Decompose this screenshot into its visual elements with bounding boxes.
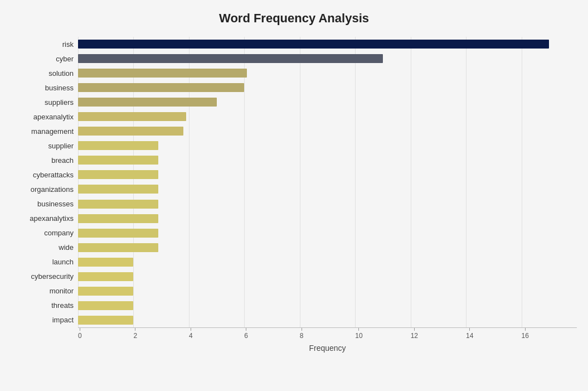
x-tick-label: 14 (466, 332, 473, 340)
y-label: apexanalytix (33, 109, 78, 124)
bar-row (78, 255, 577, 269)
bar (78, 258, 133, 267)
x-axis-label: Frequency (78, 344, 577, 353)
bar (78, 141, 158, 150)
x-tick-label: 4 (189, 332, 193, 340)
x-tick-line (469, 328, 470, 331)
x-tick-label: 2 (133, 332, 137, 340)
y-label: cybersecurity (31, 269, 78, 283)
x-tick-label: 0 (78, 332, 82, 340)
x-tick-line (246, 328, 246, 331)
x-tick-label: 12 (411, 332, 418, 340)
bar (78, 301, 133, 310)
y-label: businesses (37, 196, 78, 211)
bar (78, 156, 158, 165)
bar-row (78, 182, 577, 196)
bar (78, 69, 247, 78)
bars-container (78, 37, 577, 327)
bar-row (78, 66, 577, 80)
y-label: cyberattacks (33, 167, 78, 182)
bars-wrapper (78, 31, 577, 327)
bar-row (78, 124, 577, 138)
bar-row (78, 284, 577, 298)
y-axis: riskcybersolutionbusinesssuppliersapexan… (11, 31, 78, 350)
x-ticks: 0246810121416 (78, 327, 577, 341)
y-label: monitor (50, 283, 78, 298)
y-label: suppliers (45, 95, 78, 109)
x-tick: 2 (133, 328, 137, 340)
x-tick-label: 8 (300, 332, 304, 340)
chart-area: riskcybersolutionbusinesssuppliersapexan… (11, 31, 577, 350)
bar (78, 83, 244, 92)
bar-row (78, 269, 577, 284)
bar-row (78, 138, 577, 153)
x-tick-label: 6 (244, 332, 248, 340)
bar-row (78, 51, 577, 66)
x-tick: 10 (355, 328, 362, 340)
y-label: business (45, 80, 78, 95)
bar-row (78, 95, 577, 109)
y-label: launch (52, 254, 78, 269)
y-label: threats (51, 298, 78, 312)
y-label: cyber (56, 51, 78, 66)
y-label: management (31, 124, 78, 138)
bar-row (78, 37, 577, 51)
x-tick-label: 10 (355, 332, 362, 340)
bar-row (78, 226, 577, 240)
y-label: solution (48, 66, 78, 80)
bar-row (78, 313, 577, 327)
bar (78, 229, 158, 238)
x-tick-label: 16 (522, 332, 529, 340)
bar-row (78, 197, 577, 211)
x-axis: 0246810121416 Frequency (78, 327, 577, 350)
y-label: company (44, 225, 78, 240)
bar (78, 200, 158, 209)
bar (78, 40, 549, 49)
bar (78, 214, 158, 223)
bar-row (78, 167, 577, 182)
y-label: risk (62, 37, 78, 51)
x-tick: 16 (522, 328, 529, 340)
chart-container: Word Frequency Analysis riskcybersolutio… (0, 0, 588, 391)
bar (78, 98, 217, 107)
bar-row (78, 109, 577, 124)
bar-row (78, 211, 577, 226)
bar (78, 316, 133, 325)
bar (78, 170, 158, 179)
bar (78, 185, 158, 194)
x-tick-line (302, 328, 302, 331)
y-label: organizations (31, 182, 78, 196)
bar (78, 54, 383, 63)
plot-area: 0246810121416 Frequency (78, 31, 577, 350)
bar-row (78, 80, 577, 95)
x-tick: 4 (189, 328, 193, 340)
x-tick: 0 (78, 328, 82, 340)
x-tick-line (525, 328, 526, 331)
x-tick-line (191, 328, 191, 331)
y-label: breach (51, 153, 78, 167)
bar (78, 243, 158, 252)
x-tick-line (80, 328, 80, 331)
chart-title: Word Frequency Analysis (11, 11, 577, 26)
bar (78, 272, 133, 281)
bar-row (78, 240, 577, 255)
x-tick: 12 (411, 328, 418, 340)
x-tick-line (414, 328, 415, 331)
x-tick: 8 (300, 328, 304, 340)
y-label: wide (59, 240, 78, 254)
x-tick: 14 (466, 328, 473, 340)
y-label: supplier (48, 138, 78, 153)
y-label: impact (52, 312, 78, 327)
y-label: apexanalytixs (30, 211, 78, 225)
bar-row (78, 298, 577, 313)
x-tick: 6 (244, 328, 248, 340)
bar-row (78, 153, 577, 167)
x-tick-line (135, 328, 135, 331)
bar (78, 112, 186, 121)
bar (78, 127, 183, 136)
x-tick-line (358, 328, 359, 331)
bar (78, 287, 133, 296)
